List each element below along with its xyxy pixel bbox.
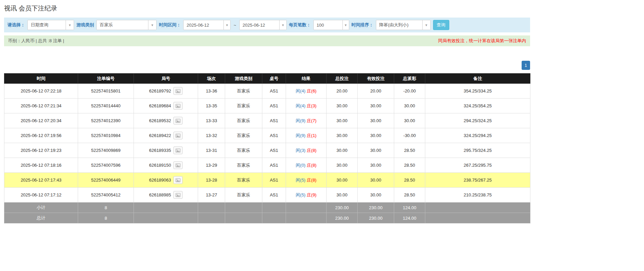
- date-to-picker[interactable]: ▾: [239, 20, 287, 30]
- cell-total-bet[interactable]: 30.00: [327, 128, 358, 143]
- header-result: 结果: [286, 74, 327, 84]
- cell-payout: 30.00: [394, 99, 425, 113]
- chevron-down-icon[interactable]: ▾: [279, 20, 286, 30]
- round-preview-icon[interactable]: [173, 87, 183, 95]
- round-id-text: 626189532: [149, 118, 171, 123]
- round-preview-icon[interactable]: [173, 176, 183, 184]
- cell-round-id: 626189532: [134, 113, 198, 128]
- round-id-text: 626189792: [149, 88, 171, 93]
- query-type-select[interactable]: 日期查询 ▾: [27, 20, 74, 30]
- header-bet-id: 注单编号: [78, 74, 134, 84]
- cell-game-type: 百家乐: [225, 158, 262, 173]
- date-from-picker[interactable]: ▾: [183, 20, 231, 30]
- cell-total-bet[interactable]: 30.00: [327, 143, 358, 158]
- cell-game-type: 百家乐: [225, 143, 262, 158]
- chevron-down-icon[interactable]: ▾: [66, 20, 74, 30]
- chevron-down-icon[interactable]: ▾: [422, 20, 430, 30]
- chevron-down-icon[interactable]: ▾: [223, 20, 230, 30]
- empty-cell: [262, 213, 286, 223]
- total-label: 总计: [4, 213, 78, 223]
- sort-order-select[interactable]: 降幂(由大到小) ▾: [376, 20, 431, 30]
- empty-cell: [134, 213, 198, 223]
- cell-session: 13-29: [198, 158, 225, 173]
- cell-table-no: AS1: [262, 173, 286, 188]
- cell-round-id: 626189150: [134, 158, 198, 173]
- round-preview-icon[interactable]: [173, 102, 183, 110]
- round-preview-icon[interactable]: [173, 161, 183, 169]
- round-preview-icon[interactable]: [173, 146, 183, 154]
- cell-valid-bet: 30.00: [358, 188, 394, 202]
- round-preview-icon[interactable]: [173, 132, 183, 139]
- cell-payout: 28.50: [394, 188, 425, 202]
- date-from-input[interactable]: [184, 20, 223, 30]
- cell-payout: -20.00: [394, 84, 425, 99]
- cell-total-bet[interactable]: 30.00: [327, 113, 358, 128]
- filter-bar: 请选择： 日期查询 ▾ 游戏类别 百家乐 ▾ 时间区间： ▾ ~ ▾ 每页笔数：…: [4, 18, 530, 32]
- chevron-down-icon[interactable]: ▾: [148, 20, 156, 30]
- cell-note: 210.25/238.75: [425, 188, 530, 202]
- cell-total-bet[interactable]: 30.00: [327, 188, 358, 202]
- cell-result: 闲(0) 庄(8): [286, 158, 327, 173]
- cell-note: 267.25/295.75: [425, 158, 530, 173]
- cell-game-type: 百家乐: [225, 84, 262, 99]
- result-banker: 庄(9): [307, 192, 316, 197]
- table-row: 2025-06-12 07:19:23522574009869626189335…: [4, 143, 530, 158]
- subtotal-total-bet: 230.00: [327, 202, 358, 213]
- cell-total-bet[interactable]: 30.00: [327, 158, 358, 173]
- empty-cell: [225, 202, 262, 213]
- cell-time: 2025-06-12 07:18:16: [4, 158, 78, 173]
- round-id-text: 626189684: [149, 103, 171, 108]
- result-player: 闲(5): [296, 192, 306, 197]
- select-type-label: 请选择：: [7, 22, 25, 28]
- cell-time: 2025-06-12 07:17:12: [4, 188, 78, 202]
- total-count: 8: [78, 213, 134, 223]
- cell-game-type: 百家乐: [225, 188, 262, 202]
- cell-bet-id: 522574014440: [78, 99, 134, 113]
- header-time: 时间: [4, 74, 78, 84]
- cell-session: 13-28: [198, 173, 225, 188]
- cell-table-no: AS1: [262, 158, 286, 173]
- cell-table-no: AS1: [262, 113, 286, 128]
- per-page-select[interactable]: ▾: [313, 20, 349, 30]
- cell-total-bet[interactable]: 20.00: [327, 84, 358, 99]
- cell-table-no: AS1: [262, 188, 286, 202]
- cell-total-bet[interactable]: 30.00: [327, 173, 358, 188]
- query-button[interactable]: 查询: [433, 20, 449, 30]
- cell-valid-bet: 20.00: [358, 84, 394, 99]
- result-player: 闲(9): [296, 133, 306, 138]
- subtotal-count: 8: [78, 202, 134, 213]
- empty-cell: [286, 202, 327, 213]
- cell-game-type: 百家乐: [225, 173, 262, 188]
- result-banker: 庄(8): [307, 148, 316, 153]
- page-button-1[interactable]: 1: [522, 61, 530, 70]
- date-to-input[interactable]: [240, 20, 280, 30]
- round-preview-icon[interactable]: [173, 117, 183, 125]
- subtotal-label: 小计: [4, 202, 78, 213]
- per-page-input[interactable]: [314, 20, 342, 30]
- page-title: 视讯 会员下注纪录: [4, 0, 530, 14]
- total-payout: 124.00: [394, 213, 425, 223]
- subtotal-valid-bet: 230.00: [358, 202, 394, 213]
- header-total-bet: 总投注: [327, 74, 358, 84]
- cell-valid-bet: 30.00: [358, 99, 394, 113]
- cell-bet-id: 522574006449: [78, 173, 134, 188]
- summary-bar: 币别：人民币 | 总共 :8 注单 | 同局有效投注，统一计算在该局第一张注单内: [4, 35, 530, 46]
- chevron-down-icon[interactable]: ▾: [342, 20, 349, 30]
- cell-round-id: 626189335: [134, 143, 198, 158]
- sort-order-value: 降幂(由大到小): [376, 20, 422, 30]
- cell-result: 闲(9) 庄(1): [286, 128, 327, 143]
- result-banker: 庄(6): [307, 88, 316, 93]
- table-row: 2025-06-12 07:19:56522574010984626189422…: [4, 128, 530, 143]
- result-banker: 庄(1): [307, 133, 316, 138]
- game-type-select[interactable]: 百家乐 ▾: [96, 20, 157, 30]
- round-preview-icon[interactable]: [173, 191, 183, 199]
- result-player: 闲(9): [296, 118, 306, 123]
- cell-table-no: AS1: [262, 128, 286, 143]
- cell-total-bet[interactable]: 30.00: [327, 99, 358, 113]
- result-player: 闲(3): [296, 148, 306, 153]
- page-container: 视讯 会员下注纪录 请选择： 日期查询 ▾ 游戏类别 百家乐 ▾ 时间区间： ▾…: [4, 0, 530, 223]
- cell-game-type: 百家乐: [225, 99, 262, 113]
- table-row: 2025-06-12 07:18:16522574007596626189150…: [4, 158, 530, 173]
- records-table: 时间 注单编号 局号 场次 游戏类别 桌号 结果 总投注 有效投注 总派彩 备注…: [4, 73, 530, 223]
- empty-cell: [425, 202, 530, 213]
